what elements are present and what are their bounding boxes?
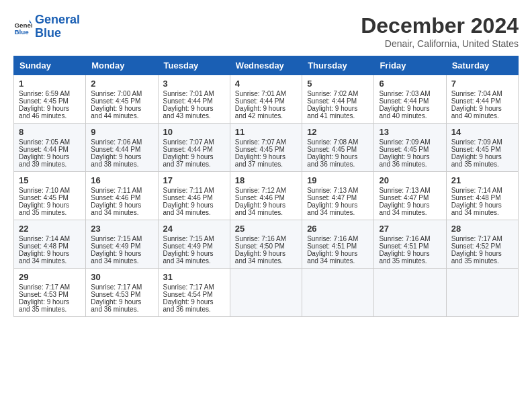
day-number: 15 [19,175,81,185]
sunset-text: Sunset: 4:45 PM [19,194,69,201]
daylight-text: Daylight: 9 hours and 40 minutes. [379,105,429,120]
daylight-text: Daylight: 9 hours and 38 minutes. [91,153,141,168]
daylight-text: Daylight: 9 hours and 43 minutes. [163,105,214,120]
logo-line1: General [35,13,80,26]
sunrise-text: Sunrise: 7:13 AM [379,187,430,194]
daylight-text: Daylight: 9 hours and 46 minutes. [19,105,69,120]
sunset-text: Sunset: 4:53 PM [19,291,69,298]
sunset-text: Sunset: 4:46 PM [235,194,285,201]
calendar-cell: 29Sunrise: 7:17 AMSunset: 4:53 PMDayligh… [14,269,86,317]
day-number: 31 [163,272,225,282]
sunrise-text: Sunrise: 7:04 AM [451,90,502,97]
daylight-text: Daylight: 9 hours and 41 minutes. [307,105,357,120]
daylight-text: Daylight: 9 hours and 34 minutes. [19,250,69,265]
column-header-sunday: Sunday [14,56,86,75]
sunset-text: Sunset: 4:44 PM [235,97,285,105]
calendar-cell [230,269,302,317]
sunrise-text: Sunrise: 7:05 AM [19,138,70,146]
daylight-text: Daylight: 9 hours and 40 minutes. [451,105,502,120]
sunset-text: Sunset: 4:47 PM [379,194,429,201]
logo-icon: General Blue [13,17,32,36]
calendar-cell: 21Sunrise: 7:14 AMSunset: 4:48 PMDayligh… [446,172,518,220]
week-row-1: 1Sunrise: 6:59 AMSunset: 4:45 PMDaylight… [14,75,519,124]
sunrise-text: Sunrise: 7:17 AM [163,283,214,291]
location: Denair, California, United States [361,38,519,49]
calendar-cell: 28Sunrise: 7:17 AMSunset: 4:52 PMDayligh… [446,220,518,269]
calendar-cell: 1Sunrise: 6:59 AMSunset: 4:45 PMDaylight… [14,75,86,124]
daylight-text: Daylight: 9 hours and 34 minutes. [379,201,429,216]
column-header-monday: Monday [86,56,158,75]
month-title: December 2024 [361,13,519,38]
daylight-text: Daylight: 9 hours and 34 minutes. [235,250,285,265]
sunset-text: Sunset: 4:51 PM [379,242,429,250]
sunrise-text: Sunrise: 7:14 AM [451,187,502,194]
column-header-friday: Friday [374,56,446,75]
sunrise-text: Sunrise: 7:11 AM [163,187,214,194]
calendar-cell: 9Sunrise: 7:06 AMSunset: 4:44 PMDaylight… [86,124,158,172]
logo-text: General Blue [35,13,80,40]
calendar-cell: 3Sunrise: 7:01 AMSunset: 4:44 PMDaylight… [158,75,230,124]
day-number: 13 [379,127,441,137]
daylight-text: Daylight: 9 hours and 34 minutes. [307,250,357,265]
svg-text:Blue: Blue [14,28,29,36]
sunrise-text: Sunrise: 7:13 AM [307,187,358,194]
sunset-text: Sunset: 4:44 PM [451,97,501,105]
day-number: 27 [379,224,441,234]
sunset-text: Sunset: 4:44 PM [91,146,140,153]
day-number: 6 [379,79,441,89]
calendar-cell: 24Sunrise: 7:15 AMSunset: 4:49 PMDayligh… [158,220,230,269]
day-number: 25 [235,224,297,234]
day-number: 28 [451,224,513,234]
sunrise-text: Sunrise: 7:16 AM [307,235,358,242]
calendar-cell: 23Sunrise: 7:15 AMSunset: 4:49 PMDayligh… [86,220,158,269]
daylight-text: Daylight: 9 hours and 35 minutes. [379,250,429,265]
week-row-3: 15Sunrise: 7:10 AMSunset: 4:45 PMDayligh… [14,172,519,220]
sunrise-text: Sunrise: 7:01 AM [163,90,214,97]
calendar-cell: 13Sunrise: 7:09 AMSunset: 4:45 PMDayligh… [374,124,446,172]
sunset-text: Sunset: 4:45 PM [307,146,357,153]
sunrise-text: Sunrise: 7:06 AM [91,138,142,146]
sunrise-text: Sunrise: 7:16 AM [379,235,430,242]
sunset-text: Sunset: 4:48 PM [451,194,501,201]
sunset-text: Sunset: 4:44 PM [163,146,213,153]
daylight-text: Daylight: 9 hours and 34 minutes. [307,201,357,216]
calendar-cell: 22Sunrise: 7:14 AMSunset: 4:48 PMDayligh… [14,220,86,269]
calendar-cell: 30Sunrise: 7:17 AMSunset: 4:53 PMDayligh… [86,269,158,317]
sunrise-text: Sunrise: 7:14 AM [19,235,70,242]
day-number: 11 [235,127,297,137]
day-number: 26 [307,224,369,234]
sunrise-text: Sunrise: 6:59 AM [19,90,70,97]
daylight-text: Daylight: 9 hours and 34 minutes. [163,250,214,265]
day-number: 4 [235,79,297,89]
sunset-text: Sunset: 4:44 PM [19,146,69,153]
sunset-text: Sunset: 4:51 PM [307,242,357,250]
day-number: 24 [163,224,225,234]
week-row-5: 29Sunrise: 7:17 AMSunset: 4:53 PMDayligh… [14,269,519,317]
sunrise-text: Sunrise: 7:16 AM [235,235,286,242]
logo-line2: Blue [35,26,61,40]
sunset-text: Sunset: 4:54 PM [163,291,213,298]
sunrise-text: Sunrise: 7:08 AM [307,138,358,146]
daylight-text: Daylight: 9 hours and 37 minutes. [163,153,214,168]
calendar-cell [446,269,518,317]
calendar-cell: 7Sunrise: 7:04 AMSunset: 4:44 PMDaylight… [446,75,518,124]
calendar-cell: 18Sunrise: 7:12 AMSunset: 4:46 PMDayligh… [230,172,302,220]
calendar-cell: 25Sunrise: 7:16 AMSunset: 4:50 PMDayligh… [230,220,302,269]
logo: General Blue General Blue [13,13,80,40]
day-number: 23 [91,224,152,234]
sunset-text: Sunset: 4:50 PM [235,242,285,250]
sunrise-text: Sunrise: 7:15 AM [163,235,214,242]
column-header-wednesday: Wednesday [230,56,302,75]
sunset-text: Sunset: 4:49 PM [163,242,213,250]
daylight-text: Daylight: 9 hours and 35 minutes. [19,298,69,313]
calendar-cell: 16Sunrise: 7:11 AMSunset: 4:46 PMDayligh… [86,172,158,220]
calendar-header-row: SundayMondayTuesdayWednesdayThursdayFrid… [14,56,519,75]
title-area: December 2024 Denair, California, United… [361,13,519,49]
sunrise-text: Sunrise: 7:17 AM [451,235,502,242]
daylight-text: Daylight: 9 hours and 44 minutes. [91,105,141,120]
day-number: 7 [451,79,513,89]
sunset-text: Sunset: 4:53 PM [91,291,140,298]
column-header-saturday: Saturday [446,56,518,75]
header: General Blue General Blue December 2024 … [13,13,519,49]
calendar-cell: 15Sunrise: 7:10 AMSunset: 4:45 PMDayligh… [14,172,86,220]
